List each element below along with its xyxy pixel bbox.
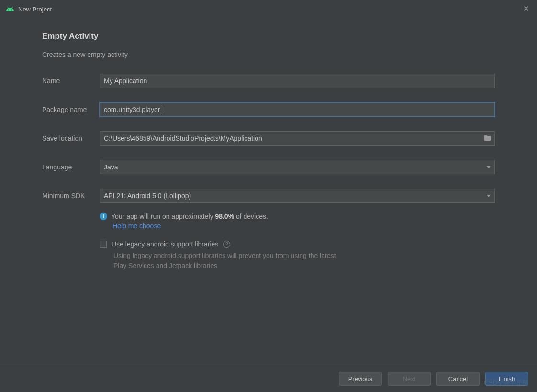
folder-open-icon[interactable]: [483, 134, 492, 143]
close-icon[interactable]: ✕: [523, 5, 529, 12]
info-icon: i: [100, 213, 107, 220]
savelocation-input[interactable]: [100, 134, 483, 142]
label-name: Name: [42, 77, 100, 85]
help-me-choose-link[interactable]: Help me choose: [112, 222, 495, 230]
page-subheading: Creates a new empty activity: [42, 51, 495, 58]
content-area: Empty Activity Creates a new empty activ…: [0, 18, 537, 271]
legacy-section: Use legacy android.support libraries ? U…: [100, 240, 495, 271]
info-section: i Your app will run on approximately 98.…: [100, 213, 495, 230]
android-icon: [6, 5, 14, 13]
next-button[interactable]: Next: [388, 372, 431, 386]
package-input-value: com.unity3d.player: [104, 106, 160, 113]
label-package: Package name: [42, 106, 100, 113]
chevron-down-icon: [487, 166, 491, 168]
language-select[interactable]: Java: [100, 160, 495, 174]
button-bar: Previous Next Cancel Finish: [339, 372, 528, 386]
row-language: Language Java: [42, 160, 495, 174]
help-icon[interactable]: ?: [223, 241, 230, 248]
legacy-checkbox-row: Use legacy android.support libraries ?: [100, 240, 495, 248]
minsdk-value: API 21: Android 5.0 (Lollipop): [104, 192, 191, 200]
savelocation-input-wrap: [100, 131, 495, 146]
legacy-description: Using legacy android.support libraries w…: [113, 251, 348, 271]
previous-button[interactable]: Previous: [339, 372, 382, 386]
row-savelocation: Save location: [42, 131, 495, 146]
minsdk-select[interactable]: API 21: Android 5.0 (Lollipop): [100, 189, 495, 203]
info-text: Your app will run on approximately 98.0%…: [111, 213, 268, 220]
window-title: New Project: [18, 6, 52, 13]
text-cursor: [161, 105, 161, 114]
titlebar: New Project ✕: [0, 0, 537, 18]
label-minsdk: Minimum SDK: [42, 192, 100, 200]
finish-button[interactable]: Finish: [485, 372, 528, 386]
page-heading: Empty Activity: [42, 32, 495, 41]
row-package: Package name com.unity3d.player: [42, 102, 495, 117]
cancel-button[interactable]: Cancel: [436, 372, 480, 386]
package-input[interactable]: com.unity3d.player: [100, 102, 495, 117]
label-savelocation: Save location: [42, 134, 100, 142]
legacy-checkbox[interactable]: [100, 241, 107, 248]
info-percent: 98.0%: [215, 213, 234, 220]
row-name: Name: [42, 74, 495, 88]
row-minsdk: Minimum SDK API 21: Android 5.0 (Lollipo…: [42, 189, 495, 203]
footer-divider: [0, 364, 537, 364]
legacy-checkbox-label: Use legacy android.support libraries: [112, 240, 218, 248]
label-language: Language: [42, 163, 100, 171]
name-input[interactable]: [100, 74, 495, 88]
language-value: Java: [104, 163, 118, 171]
info-line: i Your app will run on approximately 98.…: [100, 213, 495, 220]
chevron-down-icon: [487, 195, 491, 197]
